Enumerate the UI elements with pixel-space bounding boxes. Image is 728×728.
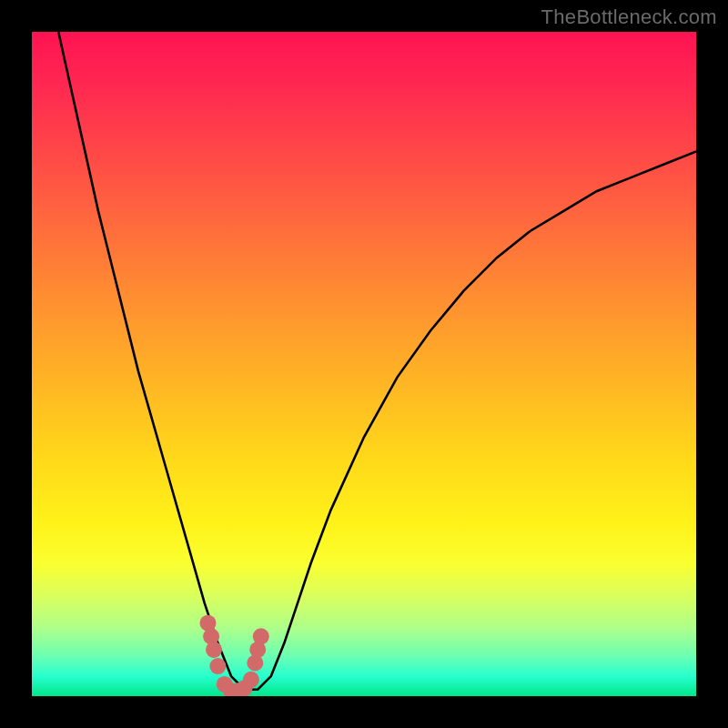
optimal-marker [253, 628, 269, 644]
optimal-marker [206, 642, 222, 658]
curve-path [58, 32, 696, 690]
watermark-text: TheBottleneck.com [541, 5, 717, 29]
bottleneck-curve [58, 32, 696, 690]
optimal-marker [243, 672, 259, 688]
curve-layer [32, 32, 696, 696]
optimal-marker [209, 658, 226, 674]
optimal-region-markers [200, 615, 269, 696]
chart-frame: TheBottleneck.com [0, 0, 728, 728]
plot-area [32, 32, 696, 696]
